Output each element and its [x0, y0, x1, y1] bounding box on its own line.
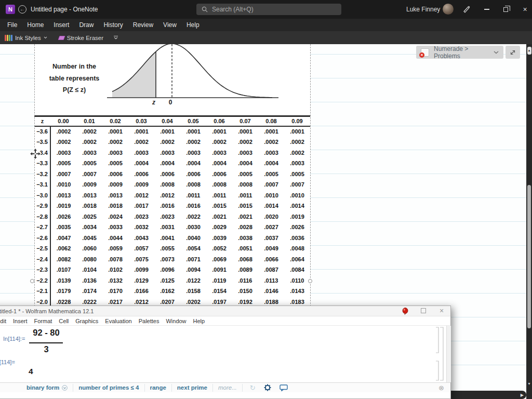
- stroke-eraser-button[interactable]: Stroke Eraser: [59, 35, 103, 41]
- ribbon-overflow-button[interactable]: [114, 36, 118, 39]
- search-input[interactable]: Search (Alt+Q): [196, 4, 341, 15]
- table-cell: .0136: [76, 275, 102, 286]
- table-cell: .0002: [50, 137, 76, 148]
- mathematica-menu-edit[interactable]: Edit: [0, 318, 6, 324]
- table-cell: .0069: [206, 254, 232, 265]
- table-cell: .0110: [284, 275, 310, 286]
- vertical-scrollbar-thumb[interactable]: [527, 185, 531, 328]
- table-cell: .0146: [258, 286, 284, 297]
- menu-file[interactable]: File: [7, 21, 17, 29]
- zero-axis-label: 0: [167, 99, 174, 106]
- notification-balloon-icon[interactable]: [402, 308, 409, 316]
- vertical-scrollbar[interactable]: ▲ ▼: [526, 44, 532, 399]
- menu-help[interactable]: Help: [187, 21, 200, 29]
- table-cell: .0003: [102, 148, 128, 158]
- scroll-up-arrow[interactable]: ▲: [527, 47, 531, 55]
- fraction-numerator[interactable]: 92 - 80: [31, 328, 62, 338]
- menu-review[interactable]: Review: [133, 21, 153, 29]
- table-cell: .0001: [232, 126, 258, 137]
- corner-header: z: [34, 116, 50, 126]
- table-cell: .0001: [154, 126, 180, 137]
- mathematica-menu-palettes[interactable]: Palettes: [139, 318, 159, 324]
- dismiss-suggestions-icon[interactable]: ⊗: [438, 384, 444, 392]
- column-header: 0.07: [232, 116, 258, 126]
- menu-view[interactable]: View: [163, 21, 177, 29]
- table-cell: .0002: [232, 137, 258, 148]
- output-cell-label: Out[114]=: [0, 359, 15, 365]
- scroll-down-arrow[interactable]: ▼: [526, 382, 532, 385]
- mathematica-menu-evaluation[interactable]: Evaluation: [105, 318, 131, 324]
- table-header-row: z0.000.010.020.030.040.050.060.070.080.0…: [34, 116, 310, 126]
- expand-button[interactable]: [506, 46, 520, 59]
- mathematica-menu-graphics[interactable]: Graphics: [75, 318, 98, 324]
- table-cell: .0002: [284, 137, 310, 148]
- user-avatar[interactable]: [443, 4, 454, 15]
- z-value-cell: −2.5: [34, 243, 50, 254]
- table-cell: .0002: [76, 126, 102, 137]
- mathematica-menu-cell[interactable]: Cell: [59, 318, 69, 324]
- table-cell: .0008: [232, 179, 258, 190]
- suggestion-3[interactable]: range: [145, 384, 172, 392]
- mathematica-menubar: EditInsertFormatCellGraphicsEvaluationPa…: [0, 316, 450, 326]
- menu-history[interactable]: History: [103, 21, 123, 29]
- gear-icon[interactable]: [264, 384, 271, 391]
- table-cell: .0026: [50, 211, 76, 222]
- suggestion-2[interactable]: number of primes ≤ 4: [73, 384, 144, 392]
- table-cell: .0002: [128, 137, 154, 148]
- minimize-button[interactable]: [477, 0, 496, 19]
- table-row: −2.2.0139.0136.0132.0129.0125.0122.0119.…: [34, 275, 310, 286]
- menu-insert[interactable]: Insert: [54, 21, 69, 29]
- mathematica-menu-window[interactable]: Window: [166, 318, 186, 324]
- fraction-denominator[interactable]: 3: [31, 344, 62, 354]
- z-value-cell: −3.5: [34, 137, 50, 148]
- table-cell: .0031: [154, 222, 180, 233]
- refresh-icon[interactable]: ↻: [250, 384, 256, 392]
- mathematica-menu-format[interactable]: Format: [34, 318, 52, 324]
- chat-bubble-icon[interactable]: [280, 384, 288, 391]
- menu-draw[interactable]: Draw: [79, 21, 94, 29]
- selection-guide-left: [34, 44, 35, 309]
- table-cell: .0002: [180, 137, 206, 148]
- table-cell: .0055: [154, 243, 180, 254]
- horizontal-scrollbar[interactable]: ▶: [450, 391, 526, 399]
- cell-brackets[interactable]: [433, 327, 446, 382]
- screen: N ← Untitled page - OneNote Search (Alt+…: [0, 0, 532, 399]
- table-cell: .0004: [180, 158, 206, 169]
- input-cell-label: In[114]:=: [3, 336, 25, 342]
- table-cell: .0150: [232, 286, 258, 297]
- maximize-button[interactable]: [421, 308, 426, 313]
- restore-button[interactable]: [496, 0, 515, 19]
- mathematica-window-title: Untitled-1 * - Wolfram Mathematica 12.1: [0, 308, 94, 314]
- suggestion-4[interactable]: next prime: [172, 384, 213, 392]
- numerade-dropdown[interactable]: ✕ Numerade > Problems: [416, 46, 503, 59]
- scroll-right-arrow[interactable]: ▶: [521, 393, 526, 397]
- suggestion-5[interactable]: more...: [213, 384, 243, 392]
- suggestion-buttons: binary formnumber of primes ≤ 4rangenext…: [21, 384, 243, 392]
- table-row: −2.6.0047.0045.0044.0043.0041.0040.0039.…: [34, 233, 310, 244]
- close-button[interactable]: ×: [515, 0, 532, 19]
- suggestion-1[interactable]: binary form: [21, 384, 73, 392]
- table-cell: .0049: [258, 243, 284, 254]
- ink-styles-button[interactable]: Ink Styles: [0, 35, 47, 41]
- mathematica-scrollbar[interactable]: [446, 326, 451, 382]
- selection-handle-right[interactable]: [308, 279, 312, 283]
- z-value-cell: −2.2: [34, 275, 50, 286]
- window-title: Untitled page - OneNote: [31, 6, 98, 13]
- ztable-image[interactable]: Number in the table represents P(Z ≤ z) …: [34, 44, 310, 308]
- back-button[interactable]: ←: [18, 5, 26, 14]
- onenote-titlebar: N ← Untitled page - OneNote Search (Alt+…: [0, 0, 532, 19]
- selection-handle-left[interactable]: [30, 279, 34, 283]
- table-cell: .0094: [180, 264, 206, 275]
- mathematica-menu-insert[interactable]: Insert: [13, 318, 28, 324]
- suggestion-label: next prime: [177, 384, 207, 391]
- mathematica-menu-help[interactable]: Help: [193, 318, 205, 324]
- menu-home[interactable]: Home: [27, 21, 44, 29]
- table-cell: .0044: [102, 233, 128, 244]
- table-cell: .0170: [102, 286, 128, 297]
- mathematica-close-button[interactable]: ×: [440, 307, 444, 315]
- column-header: 0.03: [128, 116, 154, 126]
- table-cell: .0008: [180, 179, 206, 190]
- table-cell: .0012: [128, 190, 154, 201]
- pen-icon[interactable]: [462, 5, 471, 13]
- table-row: −2.1.0179.0174.0170.0166.0162.0158.0154.…: [34, 286, 310, 297]
